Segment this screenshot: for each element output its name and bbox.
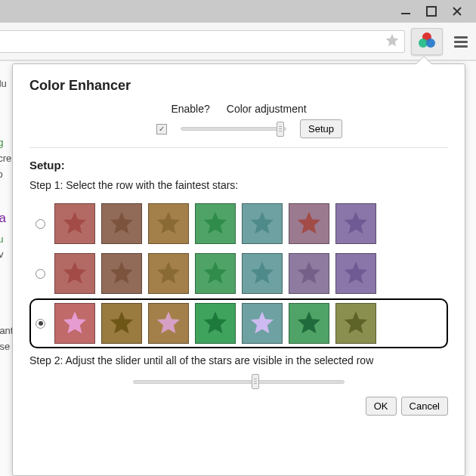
window-minimize-button[interactable] [393, 1, 419, 22]
step1-text: Step 1: Select the row with the faintest… [29, 179, 448, 191]
star-icon [204, 261, 227, 283]
star-rows-container [29, 199, 448, 348]
color-swatch [148, 303, 189, 344]
star-row[interactable] [29, 249, 448, 298]
star-icon [204, 311, 227, 333]
setup-heading: Setup: [29, 159, 448, 172]
star-row[interactable] [29, 199, 448, 249]
star-icon [110, 261, 133, 283]
popover-title: Color Enhancer [29, 78, 448, 94]
setup-button[interactable]: Setup [300, 119, 342, 138]
star-icon [298, 311, 320, 333]
star-row[interactable] [29, 298, 448, 348]
star-icon [63, 212, 86, 233]
star-icon [63, 261, 86, 283]
color-swatch [242, 253, 283, 294]
bookmark-star-icon[interactable] [385, 32, 400, 50]
star-icon [157, 261, 180, 283]
row-radio[interactable] [36, 319, 45, 329]
svg-rect-1 [427, 7, 436, 16]
star-icon [204, 212, 227, 233]
color-swatch [335, 253, 376, 294]
color-swatch [289, 203, 329, 244]
adjustment-label: Color adjustment [227, 103, 307, 115]
svg-point-6 [426, 39, 435, 48]
controls-labels: Enable? Color adjustment [29, 103, 448, 115]
browser-toolbar [0, 23, 476, 60]
adjustment-slider[interactable] [181, 122, 286, 137]
star-icon [345, 311, 367, 333]
step2-text: Step 2: Adjust the slider until all of t… [29, 354, 448, 366]
ok-button[interactable]: OK [366, 397, 397, 416]
controls-row: ✓ Setup [29, 119, 448, 148]
color-swatch [335, 203, 376, 244]
star-icon [251, 212, 274, 233]
star-icon [345, 212, 367, 233]
star-icon [345, 261, 367, 283]
star-icon [298, 212, 320, 233]
window-titlebar [0, 0, 476, 23]
color-enhancer-icon [418, 32, 436, 51]
color-swatch [242, 303, 283, 344]
color-swatch [289, 303, 329, 344]
color-swatch [289, 253, 329, 294]
star-icon [110, 212, 133, 233]
address-bar[interactable] [0, 30, 405, 53]
color-swatch [335, 303, 376, 344]
color-swatch [148, 253, 189, 294]
star-icon [157, 212, 180, 233]
cancel-button[interactable]: Cancel [401, 397, 448, 416]
color-swatch [54, 303, 95, 344]
window-maximize-button[interactable] [419, 1, 444, 22]
row-radio[interactable] [36, 219, 45, 229]
popover-arrow [416, 56, 432, 64]
star-icon [63, 311, 86, 333]
hamburger-icon [454, 36, 468, 47]
enable-checkbox[interactable]: ✓ [156, 124, 167, 134]
star-icon [251, 261, 274, 283]
color-swatch [195, 253, 236, 294]
enable-label: Enable? [171, 103, 209, 115]
star-icon [251, 311, 274, 333]
color-swatch [195, 203, 236, 244]
color-swatch [148, 203, 189, 244]
star-icon [110, 311, 133, 333]
color-enhancer-extension-button[interactable] [411, 28, 443, 55]
footer-buttons: OK Cancel [29, 397, 448, 416]
browser-menu-button[interactable] [447, 28, 474, 55]
color-swatch [242, 203, 283, 244]
step2-slider[interactable] [133, 374, 345, 389]
window-close-button[interactable] [444, 1, 470, 22]
color-swatch [54, 253, 95, 294]
color-swatch [101, 253, 142, 294]
color-swatch [101, 303, 142, 344]
row-radio[interactable] [36, 269, 45, 279]
color-swatch [101, 203, 142, 244]
color-swatch [195, 303, 236, 344]
color-swatch [54, 203, 95, 244]
star-icon [157, 311, 180, 333]
star-icon [298, 261, 320, 283]
extension-popover: Color Enhancer Enable? Color adjustment … [12, 63, 465, 476]
